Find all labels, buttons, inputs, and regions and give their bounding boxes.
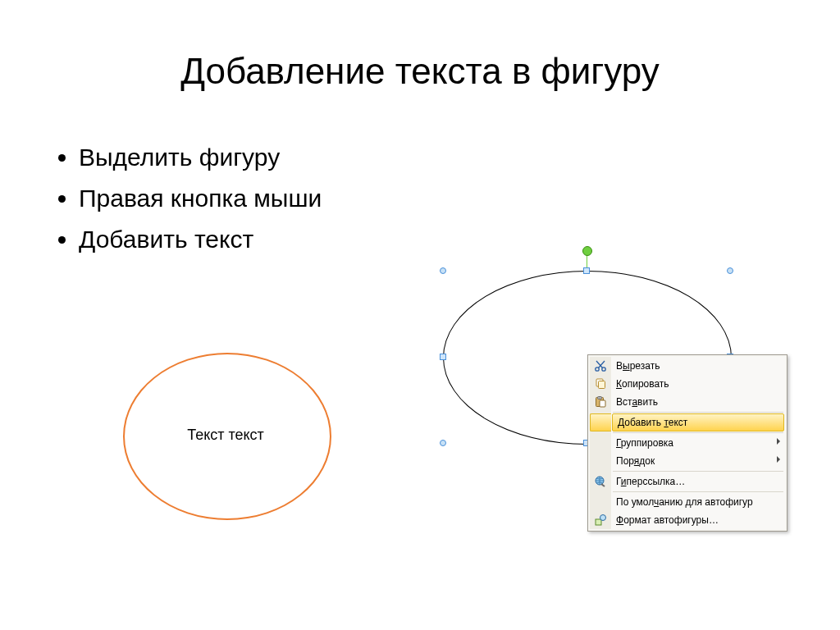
menu-item-label: По умолчанию для автофигур <box>616 496 753 508</box>
menu-item-default-autoshape[interactable]: По умолчанию для автофигур <box>611 493 785 511</box>
context-menu-icon-column <box>590 357 611 529</box>
resize-handle-ne[interactable] <box>727 267 733 274</box>
bullet-item: Добавить текст <box>79 220 322 259</box>
menu-item-label: Порядок <box>616 455 655 467</box>
resize-handle-nw[interactable] <box>440 267 446 274</box>
context-menu-items: ВырезатьКопироватьВставитьДобавить текст… <box>611 357 785 529</box>
slide-title: Добавление текста в фигуру <box>0 51 840 92</box>
example-orange-ellipse-text: Текст текст <box>123 353 328 517</box>
menu-item-paste[interactable]: Вставить <box>611 393 785 411</box>
menu-icon-empty <box>590 493 611 511</box>
menu-separator <box>613 491 783 492</box>
menu-item-copy[interactable]: Копировать <box>611 375 785 393</box>
menu-item-hyperlink[interactable]: Гиперссылка… <box>611 472 785 491</box>
bullet-list: Выделить фигуру Правая кнопка мыши Добав… <box>49 138 322 261</box>
menu-item-format-autoshape[interactable]: Формат автофигуры… <box>611 511 785 529</box>
scissors-icon <box>590 357 611 375</box>
menu-item-label: Добавить текст <box>618 417 687 428</box>
menu-separator <box>613 412 783 413</box>
slide: Добавление текста в фигуру Выделить фигу… <box>0 0 840 630</box>
menu-item-group[interactable]: Группировка <box>611 434 785 452</box>
bullet-item: Выделить фигуру <box>79 138 322 177</box>
menu-item-add-text[interactable]: Добавить текст <box>612 413 784 431</box>
menu-item-label: Формат автофигуры… <box>616 514 719 526</box>
bullet-item: Правая кнопка мыши <box>79 179 322 218</box>
menu-item-label: Вставить <box>616 396 658 408</box>
svg-rect-3 <box>599 381 605 389</box>
resize-handle-sw[interactable] <box>440 440 446 446</box>
menu-item-order[interactable]: Порядок <box>611 452 785 470</box>
submenu-arrow-icon <box>777 438 780 445</box>
resize-handle-w[interactable] <box>440 354 446 360</box>
svg-rect-5 <box>598 397 602 399</box>
format-shape-icon <box>590 511 611 529</box>
menu-item-cut[interactable]: Вырезать <box>611 357 785 375</box>
menu-separator <box>613 471 783 472</box>
rotate-handle[interactable] <box>582 246 592 256</box>
copy-icon <box>590 375 611 393</box>
context-menu: ВырезатьКопироватьВставитьДобавить текст… <box>587 354 788 532</box>
svg-point-9 <box>600 515 606 521</box>
menu-icon-empty <box>590 413 611 431</box>
globe-link-icon <box>590 472 611 491</box>
menu-icon-empty <box>590 452 611 470</box>
menu-item-label: Гиперссылка… <box>616 476 685 487</box>
menu-separator <box>613 432 783 433</box>
menu-item-label: Копировать <box>616 378 669 390</box>
resize-handle-n[interactable] <box>583 267 590 274</box>
menu-item-label: Группировка <box>616 437 673 449</box>
svg-rect-6 <box>600 400 605 407</box>
menu-icon-empty <box>590 434 611 452</box>
svg-rect-8 <box>596 519 601 525</box>
paste-icon <box>590 393 611 411</box>
menu-item-label: Вырезать <box>616 360 660 372</box>
submenu-arrow-icon <box>777 456 780 463</box>
